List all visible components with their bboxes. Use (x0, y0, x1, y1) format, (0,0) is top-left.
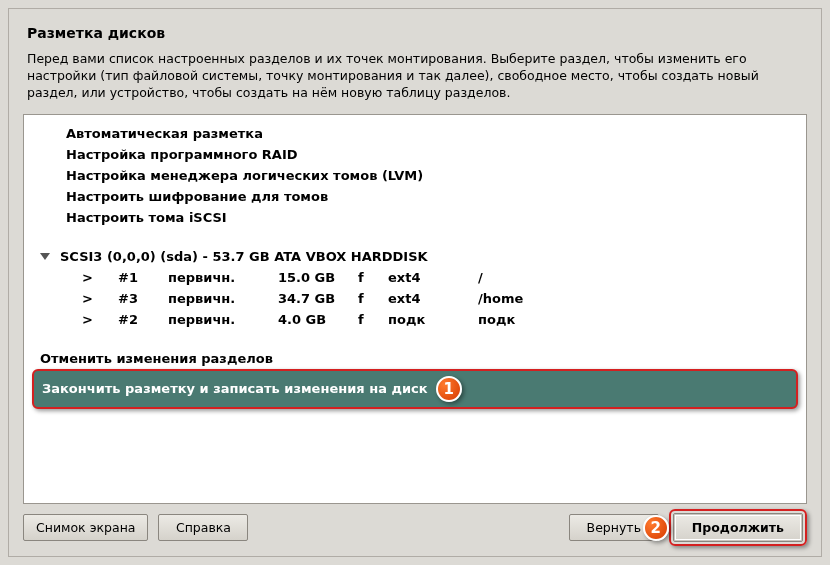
option-lvm[interactable]: Настройка менеджера логических томов (LV… (24, 165, 806, 186)
partition-listbox: Автоматическая разметка Настройка програ… (23, 114, 807, 504)
finish-label: Закончить разметку и записать изменения … (42, 381, 428, 396)
screenshot-button[interactable]: Снимок экрана (23, 514, 148, 541)
expand-icon (40, 253, 50, 260)
option-finish-wrap: Закончить разметку и записать изменения … (32, 369, 798, 409)
option-auto[interactable]: Автоматическая разметка (24, 123, 806, 144)
partition-row[interactable]: > #3 первичн. 34.7 GB f ext4 /home (24, 288, 806, 309)
dialog-footer: Снимок экрана Справка Вернуть 2 Продолжи… (23, 509, 807, 546)
disk-label: SCSI3 (0,0,0) (sda) - 53.7 GB ATA VBOX H… (60, 249, 428, 264)
option-undo[interactable]: Отменить изменения разделов (24, 348, 806, 369)
option-finish[interactable]: Закончить разметку и записать изменения … (32, 369, 798, 409)
dialog-description: Перед вами список настроенных разделов и… (9, 51, 821, 110)
help-button[interactable]: Справка (158, 514, 248, 541)
continue-highlight: 2 Продолжить (669, 509, 807, 546)
partition-dialog: Разметка дисков Перед вами список настро… (8, 8, 822, 557)
option-iscsi[interactable]: Настроить тома iSCSI (24, 207, 806, 228)
partition-row[interactable]: > #1 первичн. 15.0 GB f ext4 / (24, 267, 806, 288)
partition-row[interactable]: > #2 первичн. 4.0 GB f подк подк (24, 309, 806, 330)
annotation-badge-2: 2 (643, 515, 669, 541)
annotation-badge-1: 1 (436, 376, 462, 402)
disk-header[interactable]: SCSI3 (0,0,0) (sda) - 53.7 GB ATA VBOX H… (24, 246, 806, 267)
continue-button[interactable]: Продолжить (673, 513, 803, 542)
dialog-title: Разметка дисков (9, 9, 821, 51)
option-raid[interactable]: Настройка программного RAID (24, 144, 806, 165)
option-crypt[interactable]: Настроить шифрование для томов (24, 186, 806, 207)
